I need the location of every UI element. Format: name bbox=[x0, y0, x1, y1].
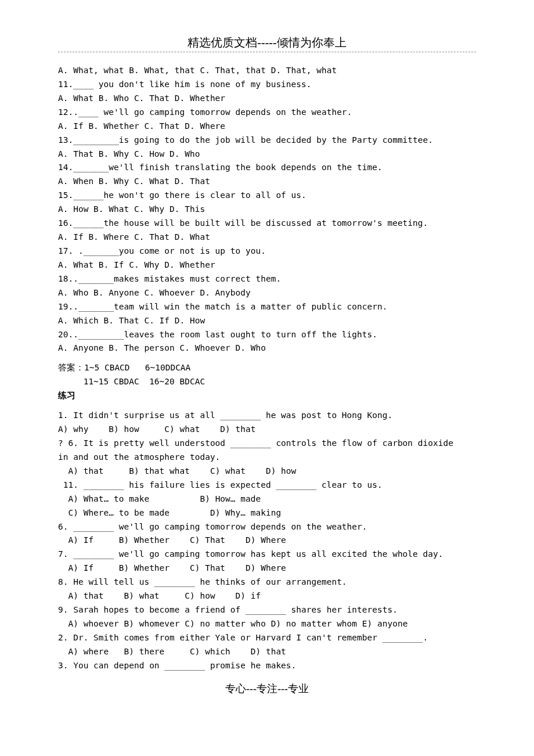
text-line: 8. He will tell us ________ he thinks of… bbox=[58, 575, 476, 589]
text-line: in and out the atmosphere today. bbox=[58, 451, 476, 465]
page-footer-title: 专心---专注---专业 bbox=[58, 682, 476, 696]
text-line: A) What… to make B) How… made bbox=[58, 492, 476, 506]
text-line: 答案：1~5 CBACD 6~10DDCAA bbox=[58, 361, 476, 375]
header-divider bbox=[58, 52, 476, 52]
text-line: 11. ________ his failure lies is expecte… bbox=[58, 478, 476, 492]
text-line: A. What B. Who C. That D. Whether bbox=[58, 92, 476, 106]
text-line: A) why B) how C) what D) that bbox=[58, 423, 476, 437]
text-line: A. When B. Why C. What D. That bbox=[58, 175, 476, 189]
text-line: A) whoever B) whomever C) no matter who … bbox=[58, 617, 476, 631]
text-line: 6. ________ we'll go camping tomorrow de… bbox=[58, 520, 476, 534]
text-line: 11~15 CBDAC 16~20 BDCAC bbox=[58, 375, 476, 389]
text-line: A. What, what B. What, that C. That, tha… bbox=[58, 64, 476, 78]
text-line: 7. ________ we'll go camping tomorrow ha… bbox=[58, 548, 476, 561]
document-body: A. What, what B. What, that C. That, tha… bbox=[58, 64, 476, 673]
text-line: 3. You can depend on ________ promise he… bbox=[58, 659, 476, 673]
text-line: A. Who B. Anyone C. Whoever D. Anybody bbox=[58, 286, 476, 300]
text-line: A) If B) Whether C) That D) Where bbox=[58, 534, 476, 548]
text-line: 20.._________leaves the room last ought … bbox=[58, 328, 476, 342]
text-line: 15.______he won't go there is clear to a… bbox=[58, 189, 476, 203]
text-line: A. What B. If C. Why D. Whether bbox=[58, 258, 476, 272]
text-line: 练习 bbox=[58, 389, 476, 403]
text-line: 17. ._______you come or not is up to you… bbox=[58, 244, 476, 258]
text-line: A) If B) Whether C) That D) Where bbox=[58, 561, 476, 575]
text-line: 1. It didn't surprise us at all ________… bbox=[58, 409, 476, 423]
text-line: 16.______the house will be built will be… bbox=[58, 217, 476, 231]
text-line: 14._______we'll finish translating the b… bbox=[58, 161, 476, 175]
text-line: A. If B. Whether C. That D. Where bbox=[58, 120, 476, 134]
text-line: 9. Sarah hopes to become a friend of ___… bbox=[58, 603, 476, 617]
text-line: A. If B. Where C. That D. What bbox=[58, 231, 476, 244]
text-line: 12..____ we'll go camping tomorrow depen… bbox=[58, 106, 476, 120]
text-line: 2. Dr. Smith comes from either Yale or H… bbox=[58, 631, 476, 645]
text-line: A. How B. What C. Why D. This bbox=[58, 203, 476, 217]
text-line: 13._________is going to do the job will … bbox=[58, 134, 476, 147]
text-line: 18.._______makes mistakes must correct t… bbox=[58, 272, 476, 286]
page-header-title: 精选优质文档-----倾情为你奉上 bbox=[58, 35, 476, 51]
text-line: A) where B) there C) which D) that bbox=[58, 645, 476, 659]
text-line: A) that B) what C) how D) if bbox=[58, 589, 476, 603]
text-line: C) Where… to be made D) Why… making bbox=[58, 506, 476, 520]
text-line: A) that B) that what C) what D) how bbox=[58, 465, 476, 478]
text-line: A. That B. Why C. How D. Who bbox=[58, 147, 476, 161]
text-line: A. Which B. That C. If D. How bbox=[58, 314, 476, 328]
text-line: A. Anyone B. The person C. Whoever D. Wh… bbox=[58, 341, 476, 355]
text-line: 11.____ you don't like him is none of my… bbox=[58, 78, 476, 92]
text-line: 19.._______team will win the match is a … bbox=[58, 300, 476, 314]
text-line: ? 6. It is pretty well understood ______… bbox=[58, 437, 476, 451]
